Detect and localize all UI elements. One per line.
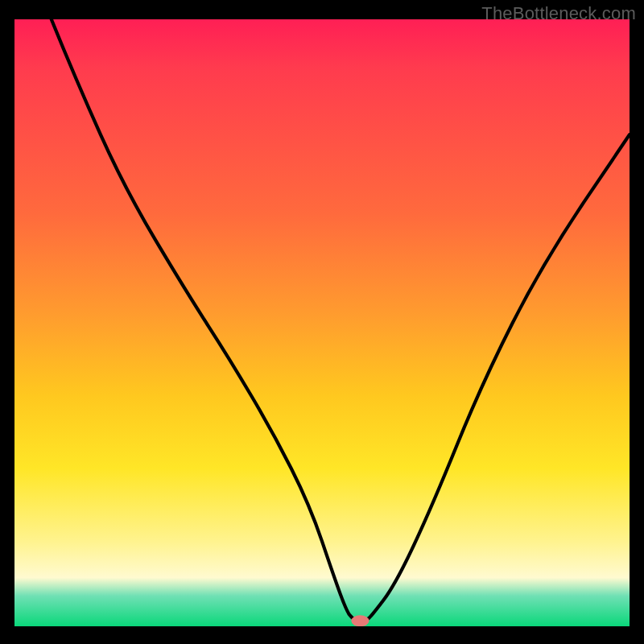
deviation-curve-path: [52, 19, 630, 621]
figure-root: TheBottleneck.com: [0, 0, 644, 644]
plot-area: [14, 19, 630, 626]
chart-svg: [14, 19, 630, 626]
watermark-text: TheBottleneck.com: [481, 3, 636, 24]
optimum-marker: [351, 615, 369, 626]
